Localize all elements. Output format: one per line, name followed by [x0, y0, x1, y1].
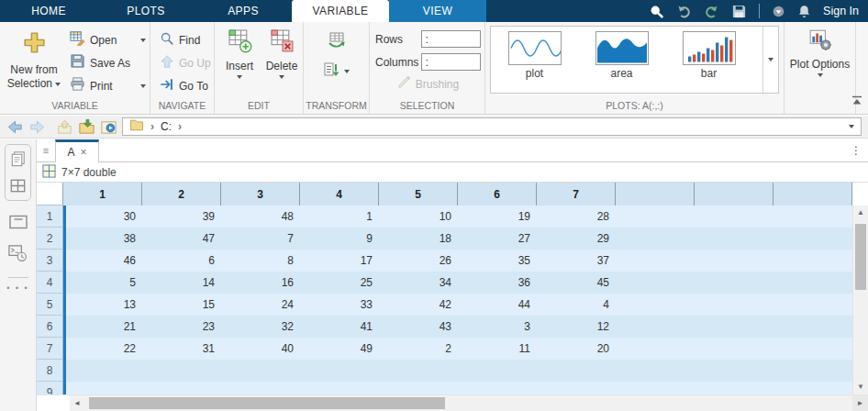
- cell-r3c4[interactable]: 17: [300, 250, 379, 272]
- cell-r9c4[interactable]: [300, 382, 379, 394]
- horizontal-scrollbar[interactable]: ◄ ►: [37, 394, 868, 411]
- cell-r4c6[interactable]: 36: [458, 272, 537, 294]
- column-header-empty-1[interactable]: [616, 183, 695, 206]
- cell-r2c10[interactable]: [773, 228, 852, 250]
- cell-r4c5[interactable]: 34: [379, 272, 458, 294]
- forward-icon[interactable]: [28, 118, 46, 136]
- cell-r4c7[interactable]: 45: [537, 272, 616, 294]
- cell-r6c3[interactable]: 32: [221, 316, 300, 338]
- cell-r7c5[interactable]: 2: [379, 338, 458, 360]
- scroll-right-arrow[interactable]: ►: [852, 395, 868, 411]
- cell-r5c8[interactable]: [616, 294, 695, 316]
- cell-r4c4[interactable]: 25: [300, 272, 379, 294]
- cell-r5c9[interactable]: [695, 294, 773, 316]
- variables-grid-icon[interactable]: [8, 176, 28, 195]
- up-one-level-icon[interactable]: [56, 118, 73, 136]
- save-icon[interactable]: [731, 4, 747, 19]
- cell-r1c1[interactable]: 30: [63, 206, 142, 228]
- cell-r2c1[interactable]: 38: [63, 228, 142, 250]
- cell-r4c2[interactable]: 14: [142, 272, 221, 294]
- rows-input[interactable]: :: [421, 30, 481, 48]
- cell-r2c5[interactable]: 18: [379, 228, 458, 250]
- collapse-ribbon-icon[interactable]: [851, 93, 863, 109]
- column-header-6[interactable]: 6: [458, 183, 537, 206]
- gallery-item-bar[interactable]: bar: [665, 27, 752, 93]
- cell-r4c8[interactable]: [616, 272, 695, 294]
- cell-r5c10[interactable]: [773, 294, 852, 316]
- delete-button[interactable]: Delete: [264, 27, 299, 99]
- columns-input[interactable]: :: [421, 53, 481, 71]
- cell-r1c5[interactable]: 10: [379, 206, 458, 228]
- find-button[interactable]: Find: [158, 28, 214, 51]
- cell-r7c7[interactable]: 20: [537, 338, 616, 360]
- cell-r2c7[interactable]: 29: [537, 228, 616, 250]
- open-button[interactable]: Open: [68, 28, 148, 51]
- brushing-button[interactable]: Brushing: [375, 73, 481, 94]
- column-header-3[interactable]: 3: [221, 183, 300, 206]
- cell-r5c1[interactable]: 13: [63, 294, 142, 316]
- folder-preview-icon[interactable]: [100, 118, 117, 136]
- sidebar-more-button[interactable]: • • •: [6, 283, 28, 293]
- insert-button[interactable]: Insert: [222, 27, 257, 99]
- cell-r5c2[interactable]: 15: [142, 294, 221, 316]
- cell-r1c10[interactable]: [773, 206, 852, 228]
- scroll-down-arrow[interactable]: ▼: [853, 383, 868, 391]
- cell-r7c10[interactable]: [773, 338, 852, 360]
- cell-r5c6[interactable]: 44: [458, 294, 537, 316]
- scroll-up-arrow[interactable]: ▲: [853, 208, 868, 217]
- row-header-8[interactable]: 8: [37, 360, 63, 382]
- help-dropdown-icon[interactable]: [772, 5, 785, 18]
- documents-panel-icon[interactable]: [8, 150, 28, 169]
- cell-r7c4[interactable]: 49: [300, 338, 379, 360]
- cell-r2c2[interactable]: 47: [142, 228, 221, 250]
- cell-r3c2[interactable]: 6: [142, 250, 221, 272]
- cell-r9c8[interactable]: [616, 382, 695, 394]
- breadcrumb-drive[interactable]: C:: [161, 120, 172, 133]
- cell-r7c1[interactable]: 22: [63, 338, 142, 360]
- cell-r1c9[interactable]: [695, 206, 773, 228]
- cell-r9c10[interactable]: [773, 382, 852, 394]
- cell-r7c8[interactable]: [616, 338, 695, 360]
- cell-r6c8[interactable]: [616, 316, 695, 338]
- variable-tab-A[interactable]: A ×: [55, 139, 99, 162]
- cell-r1c8[interactable]: [616, 206, 695, 228]
- tab-apps[interactable]: APPS: [195, 0, 292, 22]
- cell-r2c4[interactable]: 9: [300, 228, 379, 250]
- row-header-3[interactable]: 3: [37, 250, 63, 272]
- cell-r2c3[interactable]: 7: [221, 228, 300, 250]
- row-header-9[interactable]: 9: [37, 382, 63, 394]
- cell-r9c6[interactable]: [458, 382, 537, 394]
- column-header-empty-2[interactable]: [695, 183, 773, 206]
- sort-button[interactable]: [323, 61, 350, 82]
- back-icon[interactable]: [6, 118, 24, 136]
- column-header-5[interactable]: 5: [379, 183, 458, 206]
- transpose-button[interactable]: [327, 31, 347, 53]
- go-to-button[interactable]: Go To: [158, 74, 214, 97]
- save-as-button[interactable]: Save As: [68, 51, 148, 74]
- cell-r4c1[interactable]: 5: [63, 272, 142, 294]
- path-field[interactable]: › C: ›: [122, 117, 862, 136]
- vertical-scroll-thumb[interactable]: [855, 224, 866, 290]
- cell-r3c1[interactable]: 46: [63, 250, 142, 272]
- cell-r9c5[interactable]: [379, 382, 458, 394]
- cell-r9c2[interactable]: [142, 382, 221, 394]
- gallery-item-area[interactable]: area: [578, 27, 665, 93]
- sign-in-link[interactable]: Sign In: [823, 5, 859, 17]
- tab-home[interactable]: HOME: [0, 0, 97, 22]
- column-header-2[interactable]: 2: [142, 183, 221, 206]
- row-header-5[interactable]: 5: [37, 294, 63, 316]
- cell-r9c7[interactable]: [537, 382, 616, 394]
- redo-icon[interactable]: [704, 4, 719, 19]
- row-header-4[interactable]: 4: [37, 272, 63, 294]
- cell-r8c10[interactable]: [773, 360, 852, 382]
- plot-options-button[interactable]: Plot Options: [785, 22, 856, 114]
- cell-r3c8[interactable]: [616, 250, 695, 272]
- browse-folder-icon[interactable]: [78, 118, 95, 136]
- vertical-scrollbar[interactable]: ▲ ▼: [852, 206, 868, 394]
- gallery-expand-button[interactable]: [762, 27, 778, 93]
- cell-r8c7[interactable]: [537, 360, 616, 382]
- cell-r7c9[interactable]: [695, 338, 773, 360]
- cell-r3c9[interactable]: [695, 250, 773, 272]
- cell-r8c2[interactable]: [142, 360, 221, 382]
- close-icon[interactable]: ×: [81, 146, 87, 159]
